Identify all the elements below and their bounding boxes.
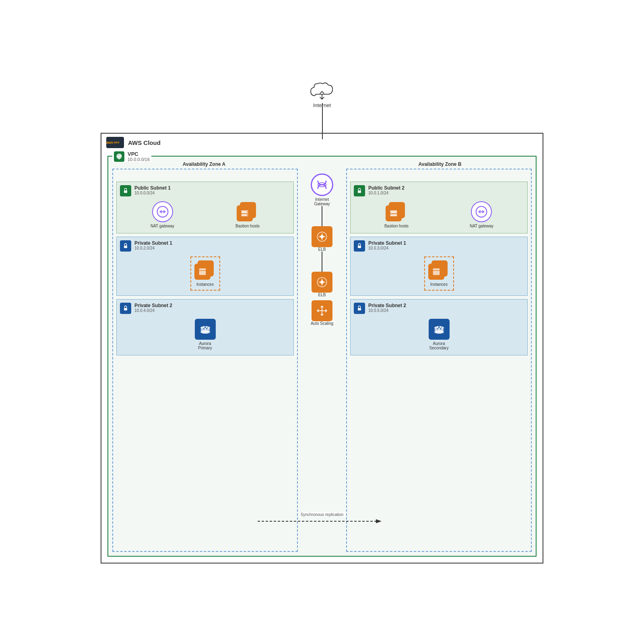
aurora-secondary-label: Aurora Secondary — [429, 341, 449, 350]
lock-icon-blue2-svg — [122, 305, 129, 312]
aurora-primary-icon — [195, 319, 216, 340]
svg-rect-43 — [358, 308, 361, 310]
internet-section: Internet — [308, 80, 336, 108]
az-b-box: Public Subnet 2 10.0.1.0/24 — [346, 169, 532, 552]
private-subnet-2a-info: Private Subnet 2 10.0.4.0/24 — [134, 303, 172, 313]
private-subnet-1b-cidr: 10.0.3.0/24 — [368, 246, 406, 250]
center-spacer — [300, 161, 344, 167]
igw-group: Internet Gateway — [308, 173, 336, 206]
elb-top-to-elb-bottom-line — [322, 252, 322, 272]
private-subnet-1a-lock — [120, 240, 131, 252]
elb-bottom-icon — [312, 272, 332, 293]
elb-bottom-group: ELB — [312, 272, 332, 297]
svg-rect-2 — [124, 190, 127, 193]
public-subnet-1-cidr: 10.0.0.0/24 — [134, 191, 171, 195]
svg-rect-38 — [358, 246, 361, 248]
private-subnet-1b: Private Subnet 1 10.0.3.0/24 — [350, 237, 528, 296]
aurora-primary-container: Aurora Primary — [120, 317, 290, 352]
vpc-icon — [114, 151, 124, 162]
elb-top-label: ELB — [318, 247, 326, 252]
instances-b-icon — [428, 260, 450, 281]
instance-svg-2 — [198, 267, 207, 276]
private-subnet-1b-title: Private Subnet 1 — [368, 240, 406, 246]
private-subnet-2b-lock — [354, 303, 365, 314]
private-subnet-2b-info: Private Subnet 2 10.0.5.0/24 — [368, 303, 406, 313]
auto-scaling-svg — [316, 305, 328, 317]
private-subnet-2b-cidr: 10.0.5.0/24 — [368, 308, 406, 313]
bastion-hosts-a-icon — [237, 202, 258, 222]
aurora-svg — [198, 322, 212, 336]
nat-gateway-b-group: NAT gateway — [470, 201, 493, 228]
instances-b-dashed-box: Instances — [424, 256, 454, 291]
public-subnet-1-title: Public Subnet 1 — [134, 185, 171, 191]
instance-front-a — [194, 264, 211, 280]
igw-label: Internet Gateway — [308, 197, 336, 206]
internet-cloud-icon — [308, 80, 336, 101]
bastion-hosts-a-group: Bastion hosts — [235, 202, 260, 228]
az-b-label: Availability Zone B — [344, 161, 536, 167]
auto-scaling-label: Auto Scaling — [311, 321, 333, 326]
aws-cloud-box: aws aws AWS Cloud VPC 10.0.0.0/16 — [101, 133, 543, 564]
bastion-hosts-a-label: Bastion hosts — [235, 224, 260, 228]
nat-b-svg — [475, 206, 487, 218]
aurora-primary-group: Aurora Primary — [195, 319, 216, 350]
private-subnet-2a-lock — [120, 303, 131, 314]
private-subnet-2a: Private Subnet 2 10.0.4.0/24 — [116, 299, 294, 355]
zone-labels-row: Availability Zone A Availability Zone B — [108, 161, 536, 167]
lock-blue4-svg — [356, 305, 363, 312]
igw-to-elb-line — [322, 206, 322, 226]
private-subnet-1b-info: Private Subnet 1 10.0.3.0/24 — [368, 240, 406, 250]
public-subnet-2: Public Subnet 2 10.0.1.0/24 — [350, 182, 528, 233]
bastion-front-icon — [237, 205, 253, 221]
vpc-header: VPC 10.0.0.0/16 — [112, 151, 151, 162]
public-subnet-2-lock — [354, 185, 365, 196]
diagram-container: Internet aws aws AWS Cloud — [101, 80, 543, 564]
elb-svg — [316, 231, 328, 243]
public-subnet-2-header: Public Subnet 2 10.0.1.0/24 — [354, 185, 524, 196]
private-subnet-1b-lock — [354, 240, 365, 252]
private-subnet-1a-info: Private Subnet 1 10.0.2.0/24 — [134, 240, 172, 250]
private-subnet-2b-title: Private Subnet 2 — [368, 303, 406, 308]
svg-point-11 — [247, 215, 248, 216]
svg-rect-41 — [433, 268, 440, 275]
igw-svg — [315, 178, 329, 192]
public-subnet-2-icons: Bastion hosts — [354, 200, 524, 230]
svg-text:aws: aws — [114, 140, 120, 144]
vpc-title: VPC — [128, 151, 150, 157]
elb-top-icon — [312, 226, 332, 247]
elb-top-group: ELB — [312, 226, 332, 252]
private-subnet-1a: Private Subnet 1 10.0.2.0/24 — [116, 237, 294, 296]
svg-rect-12 — [124, 246, 127, 248]
public-subnet-1-info: Public Subnet 1 10.0.0.0/24 — [134, 185, 171, 195]
bastion-b-front — [386, 205, 402, 221]
aws-logo-svg: aws — [113, 139, 124, 146]
instances-b-label: Instances — [430, 282, 448, 287]
private-subnet-2a-header: Private Subnet 2 10.0.4.0/24 — [120, 303, 290, 314]
nat-gateway-a-icon — [152, 201, 173, 222]
public-subnet-1-header: Public Subnet 1 10.0.0.0/24 — [120, 185, 290, 196]
server-icon-svg-2 — [240, 209, 249, 218]
aws-logo-text: aws — [106, 140, 113, 144]
auto-scaling-group: Auto Scaling — [311, 300, 333, 326]
aws-logo: aws aws — [106, 137, 124, 148]
az-a-box: Public Subnet 1 10.0.0.0/24 — [112, 169, 298, 552]
center-column: Internet Gateway — [300, 169, 344, 552]
aurora-secondary-group: Aurora Secondary — [429, 319, 450, 350]
aurora-primary-label: Aurora Primary — [198, 341, 212, 350]
az-a-label: Availability Zone A — [108, 161, 300, 167]
server-b-svg-2 — [389, 209, 398, 218]
svg-point-10 — [247, 211, 248, 213]
nat-gateway-b-icon — [471, 201, 492, 222]
private-subnet-2b: Private Subnet 2 10.0.5.0/24 — [350, 299, 528, 355]
bastion-hosts-b-group: Bastion hosts — [384, 202, 409, 228]
private-subnet-2b-header: Private Subnet 2 10.0.5.0/24 — [354, 303, 524, 314]
vpc-icon-svg — [116, 153, 123, 160]
internet-to-igw-line — [322, 103, 323, 139]
private-subnet-2a-title: Private Subnet 2 — [134, 303, 172, 308]
instances-a-icon — [194, 260, 216, 281]
nat-gateway-a-group: NAT gateway — [151, 201, 174, 228]
private-subnet-1b-header: Private Subnet 1 10.0.3.0/24 — [354, 240, 524, 252]
internet-label: Internet — [313, 102, 331, 108]
public-subnet-1: Public Subnet 1 10.0.0.0/24 — [116, 182, 294, 233]
public-subnet-1-lock — [120, 185, 131, 196]
